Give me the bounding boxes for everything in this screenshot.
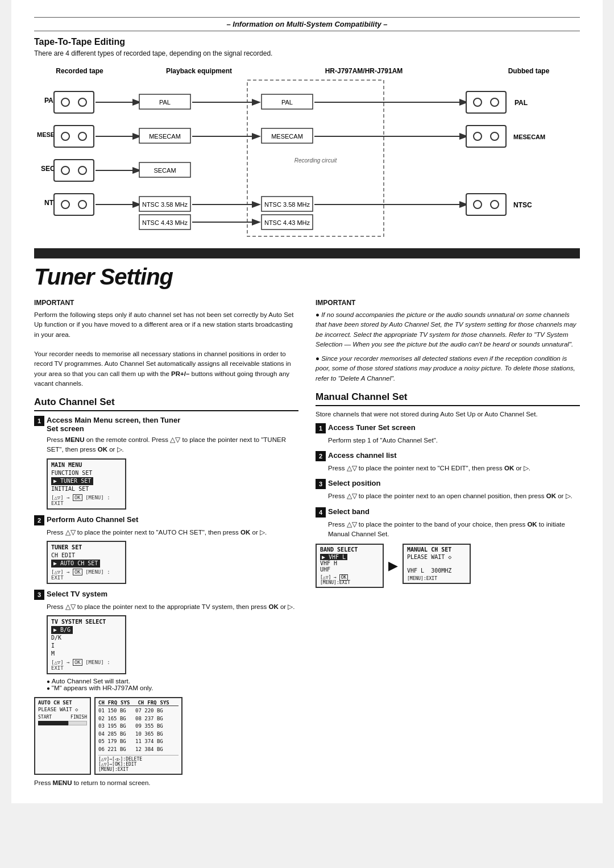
step3-bullets: Auto Channel Set will start. "M" appears… <box>47 678 298 691</box>
manual-channel-set-title: Manual Channel Set <box>316 391 580 406</box>
left-column: IMPORTANT Perform the following steps on… <box>34 298 298 786</box>
left-important-label: IMPORTANT <box>34 298 298 308</box>
channel-table-wrap: AUTO CH SET PLEASE WAIT ◇ STARTFINISH CH… <box>34 697 298 775</box>
manual-step3-title: Select position <box>328 479 380 487</box>
step3-body: Press △▽ to place the pointer next to th… <box>47 602 298 612</box>
svg-rect-51 <box>466 91 506 113</box>
svg-rect-8 <box>54 91 94 113</box>
step1-body: Press MENU on the remote control. Press … <box>47 435 298 455</box>
step3-bullet1: Auto Channel Set will start. <box>47 678 298 685</box>
step2-body: Press △▽ to place the pointer next to "A… <box>47 528 298 537</box>
left-important-text: Perform the following steps only if auto… <box>34 311 293 338</box>
svg-text:HR-J797AM/HR-J791AM: HR-J797AM/HR-J791AM <box>325 67 403 75</box>
svg-point-12 <box>61 132 69 140</box>
step3-item: 3 Select TV system Press △▽ to place the… <box>34 590 298 691</box>
multi-system-header: – Information on Multi-System Compatibil… <box>34 17 580 31</box>
tape-edit-desc: There are 4 different types of recorded … <box>34 49 580 57</box>
tape-edit-title: Tape-To-Tape Editing <box>34 37 580 47</box>
svg-point-15 <box>61 166 69 174</box>
manual-step3-body: Press △▽ to place the pointer next to an… <box>328 491 580 501</box>
svg-text:SECAM: SECAM <box>154 167 176 174</box>
svg-text:PAL: PAL <box>281 99 293 106</box>
step3-number: 3 <box>34 590 44 600</box>
svg-point-10 <box>78 98 86 106</box>
channel-list-screen: CHFRQSYSCHFRQSYS 01 150 BG 07 220 BG 02 … <box>94 697 182 775</box>
arrow-icon: ▶ <box>388 558 398 573</box>
svg-text:Recording circuit: Recording circuit <box>294 157 338 164</box>
svg-rect-11 <box>54 126 94 147</box>
manual-step4-item: 4 Select band Press △▽ to place the poin… <box>316 507 580 589</box>
svg-text:Recorded tape: Recorded tape <box>56 67 103 75</box>
manual-step1-number: 1 <box>316 423 326 433</box>
manual-step3-item: 3 Select position Press △▽ to place the … <box>316 479 580 501</box>
svg-text:NTSC 3.58 MHz: NTSC 3.58 MHz <box>264 201 310 208</box>
manual-step2-item: 2 Access channel list Press △▽ to place … <box>316 451 580 473</box>
right-important-bullet1: ● If no sound accompanies the picture or… <box>316 310 580 349</box>
step1-number: 1 <box>34 416 44 426</box>
svg-point-19 <box>78 201 86 208</box>
manual-step2-number: 2 <box>316 451 326 461</box>
svg-rect-14 <box>54 160 94 181</box>
svg-rect-17 <box>54 194 94 215</box>
right-important-box: IMPORTANT ● If no sound accompanies the … <box>316 298 580 383</box>
auto-channel-set-title: Auto Channel Set <box>34 397 298 411</box>
svg-text:MESECAM: MESECAM <box>149 133 181 140</box>
step3-header: 3 Select TV system <box>34 590 298 600</box>
svg-text:PAL: PAL <box>159 99 171 106</box>
manual-step4-number: 4 <box>316 507 326 518</box>
step2-item: 2 Perform Auto Channel Set Press △▽ to p… <box>34 515 298 584</box>
manual-step4-title: Select band <box>328 507 370 516</box>
right-important-bullet2: ● Since your recorder memorises all dete… <box>316 354 580 383</box>
svg-text:NTSC 3.58 MHz: NTSC 3.58 MHz <box>142 201 188 208</box>
step2-header: 2 Perform Auto Channel Set <box>34 515 298 525</box>
svg-text:NTSC 4.43 MHz: NTSC 4.43 MHz <box>264 219 310 226</box>
svg-point-61 <box>491 201 499 208</box>
svg-point-53 <box>491 98 499 106</box>
step3-bullet2: "M" appears with HR-J797AM only. <box>47 685 298 691</box>
left-important-box: IMPORTANT Perform the following steps on… <box>34 298 298 389</box>
manual-step4-body: Press △▽ to place the pointer to the ban… <box>328 520 580 540</box>
manual-step1-item: 1 Access Tuner Set screen Perform step 1… <box>316 423 580 445</box>
step2-screen: TUNER SET CH EDIT ▶ AUTO CH SET [△▽] → O… <box>47 541 126 584</box>
svg-point-9 <box>61 98 69 106</box>
svg-text:MESECAM: MESECAM <box>271 133 303 140</box>
manual-step2-title: Access channel list <box>328 451 397 460</box>
svg-point-56 <box>474 132 482 140</box>
step3-screen: TV SYSTEM SELECT ▶ B/G D/K I M [△▽] → OK… <box>47 615 126 674</box>
svg-text:Playback equipment: Playback equipment <box>166 67 232 75</box>
svg-point-52 <box>474 98 482 106</box>
svg-text:NTSC 4.43 MHz: NTSC 4.43 MHz <box>142 219 188 226</box>
manual-step2-header: 2 Access channel list <box>316 451 580 461</box>
band-screens: BAND SELECT ▶ VHF L VHF H UHF [△▽] → OK … <box>316 544 580 588</box>
svg-point-60 <box>474 201 482 208</box>
step1-header: 1 Access Main Menu screen, then TunerSet… <box>34 416 298 433</box>
step2-title: Perform Auto Channel Set <box>47 515 138 524</box>
svg-text:NTSC: NTSC <box>513 201 532 209</box>
tuner-setting-title: Tuner Setting <box>34 264 580 290</box>
svg-text:MESECAM: MESECAM <box>513 133 545 140</box>
svg-text:Dubbed tape: Dubbed tape <box>508 67 550 75</box>
step2-number: 2 <box>34 515 44 525</box>
manual-step1-title: Access Tuner Set screen <box>328 423 416 432</box>
auto-ch-screen: AUTO CH SET PLEASE WAIT ◇ STARTFINISH <box>34 697 91 775</box>
tape-edit-diagram: Recorded tape Playback equipment HR-J797… <box>34 63 580 239</box>
manual-step3-number: 3 <box>316 479 326 489</box>
svg-rect-55 <box>466 126 506 147</box>
svg-point-57 <box>491 132 499 140</box>
section-bar <box>34 248 580 258</box>
manual-channel-set-intro: Store channels that were not stored duri… <box>316 411 580 418</box>
manual-step1-header: 1 Access Tuner Set screen <box>316 423 580 433</box>
svg-text:PAL: PAL <box>515 99 528 107</box>
step3-title: Select TV system <box>47 590 107 598</box>
svg-point-16 <box>78 166 86 174</box>
manual-step4-header: 4 Select band <box>316 507 580 518</box>
press-menu-text: Press MENU to return to normal screen. <box>34 779 298 786</box>
step1-title: Access Main Menu screen, then TunerSet s… <box>47 416 180 433</box>
right-column: IMPORTANT ● If no sound accompanies the … <box>316 298 580 786</box>
step1-screen: MAIN MENU FUNCTION SET ▶ TUNER SET INITI… <box>47 458 126 510</box>
svg-point-18 <box>61 201 69 208</box>
manual-step1-body: Perform step 1 of "Auto Channel Set". <box>328 436 580 445</box>
manual-step2-body: Press △▽ to place the pointer next to "C… <box>328 464 580 473</box>
svg-rect-59 <box>466 194 506 215</box>
right-important-label: IMPORTANT <box>316 298 580 308</box>
